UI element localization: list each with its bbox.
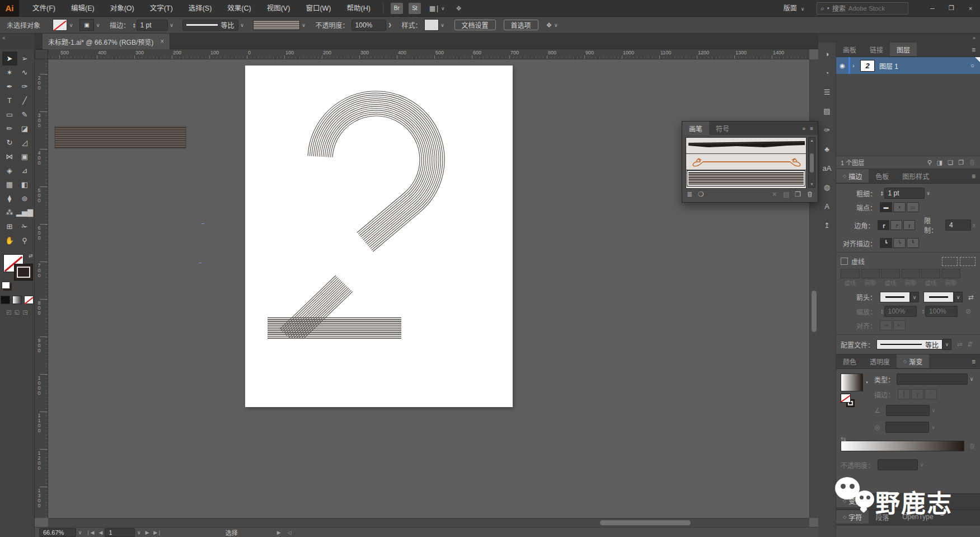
- rotate-tool[interactable]: ↻: [2, 136, 17, 150]
- mesh-tool[interactable]: ▦: [2, 178, 17, 192]
- make-clipping-mask-icon[interactable]: ◨: [937, 159, 943, 166]
- gradient-type-dropdown[interactable]: [897, 373, 968, 385]
- color-button[interactable]: [1, 296, 10, 304]
- menu-item[interactable]: 文件(F): [25, 0, 63, 17]
- opacity-field[interactable]: 100%: [351, 20, 386, 31]
- status-mode[interactable]: 选择: [226, 528, 238, 537]
- libraries-panel-icon[interactable]: ❍: [698, 190, 704, 198]
- gradient-angle-field[interactable]: [886, 405, 930, 416]
- dashed-line-checkbox[interactable]: [841, 258, 848, 265]
- perspective-grid-tool[interactable]: ⊿: [17, 164, 32, 178]
- menu-item[interactable]: 窗口(W): [298, 0, 339, 17]
- next-artboard-button[interactable]: ▶: [145, 530, 149, 535]
- brush-item-decorative-arrow[interactable]: [686, 154, 806, 170]
- chevron-down-icon[interactable]: ∨: [925, 188, 932, 198]
- menu-item[interactable]: 编辑(E): [63, 0, 102, 17]
- scrollbar-thumb[interactable]: [600, 520, 691, 525]
- eraser-tool[interactable]: ◪: [17, 122, 32, 136]
- new-sublayer-icon[interactable]: ❏: [948, 159, 953, 166]
- stroke-color-swatch[interactable]: [14, 264, 33, 281]
- tab-opentype[interactable]: OpenType: [895, 510, 940, 524]
- tab-links[interactable]: 链接: [863, 43, 890, 56]
- chevron-down-icon[interactable]: ∨: [238, 20, 246, 30]
- stock-button[interactable]: St: [409, 3, 421, 14]
- stroke-weight-field[interactable]: 1 pt: [137, 20, 168, 31]
- shape-builder-tool[interactable]: ◈: [2, 164, 17, 178]
- chevron-down-icon[interactable]: ∨: [552, 20, 560, 30]
- zoom-level-field[interactable]: 66.67%: [39, 528, 76, 537]
- document-tab[interactable]: 未标题-1.ai* @ 66.67% (RGB/预览) ×: [43, 34, 170, 49]
- status-play-icon[interactable]: ▶: [277, 530, 281, 535]
- width-tool[interactable]: ⋈: [2, 150, 17, 164]
- draw-normal-icon[interactable]: ◰: [6, 309, 11, 315]
- chevron-down-icon[interactable]: ∨: [168, 20, 176, 30]
- panel-menu-icon[interactable]: ≡: [972, 172, 980, 180]
- horizontal-ruler[interactable]: 5004003002001000100200300400500600700800…: [48, 49, 809, 59]
- limit-field[interactable]: 4: [945, 220, 971, 231]
- first-artboard-button[interactable]: ❘◀: [86, 530, 94, 535]
- arrowhead-start-dropdown[interactable]: [880, 292, 910, 302]
- curvature-tool[interactable]: ✑: [17, 80, 32, 94]
- ruler-origin-corner[interactable]: [35, 49, 48, 59]
- layer-thumbnail[interactable]: 2: [860, 60, 875, 72]
- delete-brush-icon[interactable]: [806, 191, 813, 198]
- zoom-tool[interactable]: ⚲: [17, 234, 32, 248]
- layer-row[interactable]: ◉ › 2 图层 1 ○: [836, 57, 980, 74]
- menu-item[interactable]: 视图(V): [259, 0, 298, 17]
- blend-tool[interactable]: ⊚: [17, 192, 32, 206]
- scale-end-field[interactable]: 100%: [925, 306, 958, 317]
- dock-header[interactable]: »: [818, 34, 980, 43]
- corner-round-button[interactable]: ┍: [890, 220, 902, 230]
- weight-field[interactable]: 1 pt: [884, 188, 925, 199]
- chevron-down-icon[interactable]: ∨: [135, 527, 143, 537]
- tab-graphic-styles[interactable]: 图形样式: [895, 169, 936, 183]
- select-similar-icon[interactable]: ❖: [546, 21, 552, 29]
- gradient-tool[interactable]: ◧: [17, 178, 32, 192]
- brush-libraries-icon[interactable]: ≣: [687, 190, 692, 198]
- tab-swatches[interactable]: 色板: [869, 169, 895, 183]
- profile-dropdown[interactable]: 等比: [876, 339, 943, 349]
- status-back-icon[interactable]: ◁: [288, 530, 292, 535]
- panel-menu-icon[interactable]: ≡: [810, 125, 813, 132]
- character-styles-panel-icon[interactable]: aA: [821, 162, 833, 174]
- workspace-switcher[interactable]: 版面 ∨: [784, 3, 806, 14]
- previous-artboard-button[interactable]: ◀: [99, 530, 102, 535]
- type-tool[interactable]: T: [2, 94, 17, 108]
- arrowhead-end-dropdown[interactable]: [923, 292, 954, 302]
- swatches-panel-icon[interactable]: ▤: [821, 105, 833, 116]
- scroll-down-icon[interactable]: ▾: [809, 181, 815, 187]
- weight-stepper[interactable]: ▴▾: [881, 190, 883, 196]
- fill-swatch[interactable]: [53, 19, 67, 31]
- horizontal-scrollbar[interactable]: [48, 518, 809, 527]
- tab-symbols[interactable]: 符号: [709, 122, 736, 135]
- brush-item-charcoal[interactable]: [686, 138, 806, 154]
- direct-selection-tool[interactable]: ➢: [17, 52, 32, 66]
- brush-item-stripes[interactable]: [686, 170, 806, 186]
- tab-layers[interactable]: 图层: [890, 43, 917, 56]
- gap-field[interactable]: [901, 269, 920, 278]
- color-panel-icon[interactable]: ◑: [821, 48, 833, 59]
- appearance-panel-icon[interactable]: ◍: [821, 181, 833, 193]
- tab-color[interactable]: 颜色: [836, 354, 863, 368]
- stock-search-input[interactable]: ⌕ ▾ 搜索 Adobe Stock: [817, 2, 908, 15]
- tab-transform[interactable]: ◇变换: [836, 494, 869, 507]
- symbol-sprayer-tool[interactable]: ⁂: [2, 206, 17, 220]
- export-panel-icon[interactable]: ↥: [821, 220, 833, 231]
- tab-artboards[interactable]: 画板: [836, 43, 863, 56]
- width-profile-dropdown[interactable]: 等比: [182, 20, 238, 31]
- remove-brush-stroke-icon[interactable]: ✕: [772, 190, 777, 198]
- swap-fill-stroke-icon[interactable]: ⇄: [29, 253, 33, 259]
- gap-field[interactable]: [941, 269, 960, 278]
- panel-menu-icon[interactable]: ≡: [972, 46, 980, 54]
- pasteboard-brush-artwork[interactable]: [55, 127, 186, 148]
- rectangle-tool[interactable]: ▭: [2, 108, 17, 122]
- hand-tool[interactable]: ✋: [2, 234, 17, 248]
- eyedropper-tool[interactable]: ⧫: [2, 192, 17, 206]
- draw-inside-icon[interactable]: ◳: [22, 309, 27, 315]
- cap-projecting-button[interactable]: ▭: [907, 202, 919, 212]
- stroke-swatch[interactable]: ▣: [79, 19, 94, 31]
- dash-preserve-button[interactable]: [942, 257, 958, 266]
- brushes-panel-icon[interactable]: ✑: [821, 124, 833, 136]
- menu-item[interactable]: 效果(C): [219, 0, 259, 17]
- chevron-down-icon[interactable]: ∨: [943, 339, 951, 350]
